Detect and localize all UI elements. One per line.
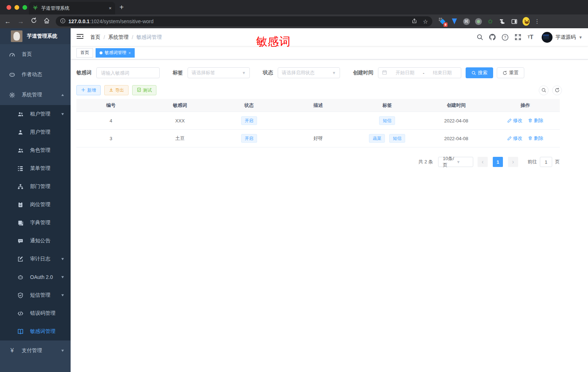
chevron-down-icon: ▼ <box>332 71 336 75</box>
create-time-filter-label: 创建时间 <box>353 70 373 76</box>
browser-tab[interactable]: 芋道管理系统 × <box>29 2 115 14</box>
refresh-table-icon-button[interactable] <box>552 85 562 95</box>
sidebar-toggle-icon[interactable] <box>511 18 518 25</box>
home-icon[interactable] <box>43 17 51 26</box>
sidebar-item-audit-log[interactable]: 审计日志 ▼ <box>0 250 71 268</box>
start-date-placeholder[interactable]: 开始日期 <box>390 70 420 76</box>
edit-link[interactable]: 修改 <box>507 135 522 142</box>
search-button[interactable]: 搜索 <box>466 67 493 78</box>
profile-avatar-icon[interactable] <box>522 18 530 25</box>
sidebar-item-author-news[interactable]: 作者动态 <box>0 64 71 85</box>
main-area: 敏感词 首页 / 系统管理 / 敏感词管理 ? <box>71 28 588 372</box>
sidebar-item-menu[interactable]: 菜单管理 <box>0 159 71 177</box>
tag-badge: 短信 <box>389 134 405 143</box>
sidebar-item-user[interactable]: 用户管理 <box>0 123 71 141</box>
forward-icon[interactable]: → <box>17 18 25 25</box>
zoom-window-button[interactable] <box>22 5 27 10</box>
goto-label: 前往 <box>528 159 537 165</box>
plus-icon <box>81 88 85 93</box>
dashboard-icon <box>9 51 15 58</box>
post-badge-icon <box>17 202 24 208</box>
browser-toolbar: ← → 127.0.0.1:1024/system/sensitive-word… <box>0 14 588 28</box>
word-filter-input[interactable] <box>96 67 160 78</box>
delete-link[interactable]: 删除 <box>528 135 543 142</box>
sidebar-item-error-code[interactable]: 错误码管理 <box>0 304 71 322</box>
sensitive-word-table: 编号 敏感词 状态 描述 标签 创建时间 操作 4 XXX 开启 短信 2022… <box>76 99 560 147</box>
status-filter-select[interactable]: 请选择启用状态 ▼ <box>278 67 340 78</box>
sidebar-item-post[interactable]: 岗位管理 <box>0 196 71 214</box>
sidebar-item-oauth[interactable]: OAuth 2.0 ▼ <box>0 268 71 286</box>
url-bar[interactable]: 127.0.0.1:1024/system/sensitive-word ☆ <box>56 16 432 26</box>
tag-tab-home[interactable]: 首页 <box>76 48 93 58</box>
extension-kite-icon[interactable] <box>451 18 458 25</box>
next-page-button[interactable]: › <box>508 157 518 167</box>
chevron-down-icon: ▼ <box>60 348 65 352</box>
sidebar-item-home[interactable]: 首页 <box>0 44 71 64</box>
reload-icon[interactable] <box>30 17 38 25</box>
test-button[interactable]: 测试 <box>132 85 156 95</box>
extension-star-icon[interactable]: ✩ <box>487 18 494 25</box>
github-icon[interactable] <box>489 34 496 41</box>
sidebar-item-role[interactable]: 角色管理 <box>0 141 71 159</box>
favicon-plant-icon <box>33 5 38 12</box>
site-info-icon[interactable] <box>60 18 66 25</box>
breadcrumb-system[interactable]: 系统管理 <box>108 34 129 41</box>
sidebar-item-payment[interactable]: ¥ 支付管理 ▼ <box>0 340 71 361</box>
prev-page-button[interactable]: ‹ <box>478 157 488 167</box>
page-size-select[interactable]: 10条/页 ▼ <box>438 157 473 167</box>
sidebar-logo[interactable]: 芋道管理系统 <box>0 28 71 44</box>
pagination: 共 2 条 10条/页 ▼ ‹ 1 › 前往 页 <box>76 157 560 167</box>
org-chart-icon <box>17 184 24 190</box>
current-page-button[interactable]: 1 <box>493 157 503 167</box>
browser-tabstrip: 芋道管理系统 × + <box>0 0 588 14</box>
extension-command-icon[interactable]: ⌘ <box>463 18 470 25</box>
search-icon[interactable] <box>476 34 483 41</box>
chevron-down-icon: ▼ <box>242 71 246 75</box>
sidebar-item-announcement[interactable]: 通知公告 <box>0 232 71 250</box>
show-search-icon-button[interactable] <box>539 85 549 95</box>
end-date-placeholder[interactable]: 结束日期 <box>427 70 457 76</box>
reset-button[interactable]: 重置 <box>497 67 524 78</box>
collapse-sidebar-icon[interactable] <box>76 33 84 41</box>
goto-page-input[interactable] <box>540 157 552 167</box>
tags-view: 首页 敏感词管理 × <box>71 46 588 59</box>
breadcrumb-home[interactable]: 首页 <box>90 34 100 41</box>
sidebar-item-sms[interactable]: 短信管理 ▼ <box>0 286 71 304</box>
tag-tab-sensitive-word[interactable]: 敏感词管理 × <box>96 48 135 58</box>
cell-description: 好呀 <box>284 135 353 142</box>
export-button[interactable]: 导出 <box>104 85 129 95</box>
extension-grid-icon[interactable]: 9 <box>439 18 446 25</box>
bookmark-star-icon[interactable]: ☆ <box>423 18 428 25</box>
puzzle-extensions-icon[interactable] <box>499 18 506 25</box>
url-path: :1024/system/sensitive-word <box>89 18 154 24</box>
share-icon[interactable] <box>412 18 417 25</box>
extension-record-icon[interactable] <box>475 18 482 25</box>
system-submenu: 租户管理 ▼ 用户管理 角色管理 菜单管理 <box>0 105 71 340</box>
user-caret-down-icon: ▼ <box>579 35 583 39</box>
user-chip[interactable]: 芋道源码 ▼ <box>542 32 583 43</box>
tab-close-icon[interactable]: × <box>129 51 131 55</box>
tab-close-icon[interactable]: × <box>109 5 112 11</box>
minimize-window-button[interactable] <box>14 5 19 10</box>
sidebar-item-department[interactable]: 部门管理 <box>0 177 71 196</box>
edit-link[interactable]: 修改 <box>507 117 522 124</box>
window-controls[interactable] <box>7 5 27 10</box>
help-icon[interactable]: ? <box>501 34 509 41</box>
navbar-actions: ? TT 芋道源码 ▼ <box>476 32 583 43</box>
table-toolbar: 新增 导出 测试 <box>76 85 582 95</box>
sidebar-item-sensitive-word[interactable]: 敏感词管理 <box>0 322 71 340</box>
sidebar-item-tenant[interactable]: 租户管理 ▼ <box>0 105 71 123</box>
new-tab-button[interactable]: + <box>119 3 124 12</box>
sidebar-item-system[interactable]: 系统管理 ▲ <box>0 85 71 105</box>
fullscreen-icon[interactable] <box>514 34 521 41</box>
browser-menu-icon[interactable]: ⋮ <box>534 18 540 25</box>
tag-filter-select[interactable]: 请选择标签 ▼ <box>188 67 250 78</box>
role-users-icon <box>17 147 24 154</box>
sidebar-item-dictionary[interactable]: 字典管理 <box>0 214 71 232</box>
close-window-button[interactable] <box>7 5 11 10</box>
add-button[interactable]: 新增 <box>76 85 101 95</box>
back-icon[interactable]: ← <box>4 18 12 25</box>
delete-link[interactable]: 删除 <box>528 117 543 124</box>
date-range-picker[interactable]: 开始日期 - 结束日期 <box>378 67 461 78</box>
font-size-icon[interactable]: TT <box>527 34 534 41</box>
